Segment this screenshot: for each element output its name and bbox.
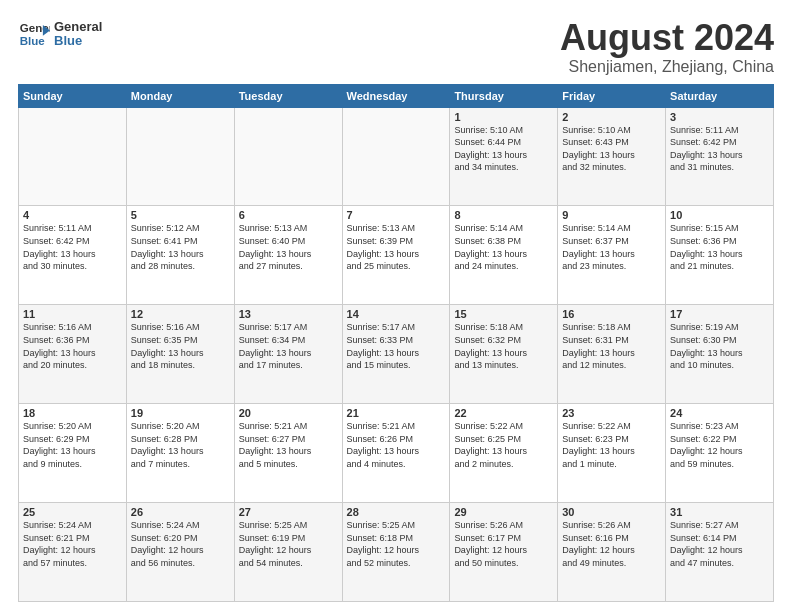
day-number: 22 <box>454 407 553 419</box>
calendar-cell: 7Sunrise: 5:13 AM Sunset: 6:39 PM Daylig… <box>342 206 450 305</box>
day-info: Sunrise: 5:24 AM Sunset: 6:20 PM Dayligh… <box>131 519 230 569</box>
day-info: Sunrise: 5:13 AM Sunset: 6:39 PM Dayligh… <box>347 222 446 272</box>
day-info: Sunrise: 5:19 AM Sunset: 6:30 PM Dayligh… <box>670 321 769 371</box>
calendar-cell: 13Sunrise: 5:17 AM Sunset: 6:34 PM Dayli… <box>234 305 342 404</box>
calendar-cell: 19Sunrise: 5:20 AM Sunset: 6:28 PM Dayli… <box>126 404 234 503</box>
location: Shenjiamen, Zhejiang, China <box>560 58 774 76</box>
calendar-cell: 28Sunrise: 5:25 AM Sunset: 6:18 PM Dayli… <box>342 503 450 602</box>
day-info: Sunrise: 5:10 AM Sunset: 6:43 PM Dayligh… <box>562 124 661 174</box>
day-info: Sunrise: 5:16 AM Sunset: 6:35 PM Dayligh… <box>131 321 230 371</box>
day-number: 31 <box>670 506 769 518</box>
calendar-cell: 22Sunrise: 5:22 AM Sunset: 6:25 PM Dayli… <box>450 404 558 503</box>
calendar-cell: 6Sunrise: 5:13 AM Sunset: 6:40 PM Daylig… <box>234 206 342 305</box>
day-info: Sunrise: 5:20 AM Sunset: 6:28 PM Dayligh… <box>131 420 230 470</box>
calendar-cell <box>342 107 450 206</box>
calendar-cell: 5Sunrise: 5:12 AM Sunset: 6:41 PM Daylig… <box>126 206 234 305</box>
calendar-cell: 3Sunrise: 5:11 AM Sunset: 6:42 PM Daylig… <box>666 107 774 206</box>
day-number: 12 <box>131 308 230 320</box>
day-number: 14 <box>347 308 446 320</box>
calendar-cell: 2Sunrise: 5:10 AM Sunset: 6:43 PM Daylig… <box>558 107 666 206</box>
day-number: 16 <box>562 308 661 320</box>
day-number: 26 <box>131 506 230 518</box>
day-number: 25 <box>23 506 122 518</box>
title-block: August 2024 Shenjiamen, Zhejiang, China <box>560 18 774 76</box>
day-info: Sunrise: 5:26 AM Sunset: 6:16 PM Dayligh… <box>562 519 661 569</box>
calendar-cell: 16Sunrise: 5:18 AM Sunset: 6:31 PM Dayli… <box>558 305 666 404</box>
calendar-cell: 1Sunrise: 5:10 AM Sunset: 6:44 PM Daylig… <box>450 107 558 206</box>
calendar-week-row: 1Sunrise: 5:10 AM Sunset: 6:44 PM Daylig… <box>19 107 774 206</box>
calendar-cell: 21Sunrise: 5:21 AM Sunset: 6:26 PM Dayli… <box>342 404 450 503</box>
calendar-cell: 10Sunrise: 5:15 AM Sunset: 6:36 PM Dayli… <box>666 206 774 305</box>
calendar-cell: 20Sunrise: 5:21 AM Sunset: 6:27 PM Dayli… <box>234 404 342 503</box>
day-number: 30 <box>562 506 661 518</box>
day-info: Sunrise: 5:14 AM Sunset: 6:37 PM Dayligh… <box>562 222 661 272</box>
page: General Blue General Blue August 2024 Sh… <box>0 0 792 612</box>
day-info: Sunrise: 5:22 AM Sunset: 6:23 PM Dayligh… <box>562 420 661 470</box>
day-info: Sunrise: 5:26 AM Sunset: 6:17 PM Dayligh… <box>454 519 553 569</box>
logo-blue: Blue <box>54 34 102 48</box>
day-info: Sunrise: 5:22 AM Sunset: 6:25 PM Dayligh… <box>454 420 553 470</box>
day-number: 15 <box>454 308 553 320</box>
logo-icon: General Blue <box>18 18 50 50</box>
day-number: 20 <box>239 407 338 419</box>
calendar-day-header: Monday <box>126 84 234 107</box>
calendar-cell: 4Sunrise: 5:11 AM Sunset: 6:42 PM Daylig… <box>19 206 127 305</box>
calendar-cell: 27Sunrise: 5:25 AM Sunset: 6:19 PM Dayli… <box>234 503 342 602</box>
calendar-day-header: Friday <box>558 84 666 107</box>
logo-general: General <box>54 20 102 34</box>
calendar-cell: 24Sunrise: 5:23 AM Sunset: 6:22 PM Dayli… <box>666 404 774 503</box>
day-info: Sunrise: 5:27 AM Sunset: 6:14 PM Dayligh… <box>670 519 769 569</box>
day-number: 9 <box>562 209 661 221</box>
calendar-day-header: Saturday <box>666 84 774 107</box>
day-info: Sunrise: 5:17 AM Sunset: 6:33 PM Dayligh… <box>347 321 446 371</box>
day-info: Sunrise: 5:18 AM Sunset: 6:32 PM Dayligh… <box>454 321 553 371</box>
calendar-cell: 8Sunrise: 5:14 AM Sunset: 6:38 PM Daylig… <box>450 206 558 305</box>
logo: General Blue General Blue <box>18 18 102 50</box>
calendar-cell: 9Sunrise: 5:14 AM Sunset: 6:37 PM Daylig… <box>558 206 666 305</box>
calendar-week-row: 4Sunrise: 5:11 AM Sunset: 6:42 PM Daylig… <box>19 206 774 305</box>
day-info: Sunrise: 5:16 AM Sunset: 6:36 PM Dayligh… <box>23 321 122 371</box>
calendar-cell: 18Sunrise: 5:20 AM Sunset: 6:29 PM Dayli… <box>19 404 127 503</box>
day-info: Sunrise: 5:20 AM Sunset: 6:29 PM Dayligh… <box>23 420 122 470</box>
day-number: 18 <box>23 407 122 419</box>
day-number: 27 <box>239 506 338 518</box>
calendar-cell: 11Sunrise: 5:16 AM Sunset: 6:36 PM Dayli… <box>19 305 127 404</box>
month-year: August 2024 <box>560 18 774 58</box>
day-number: 5 <box>131 209 230 221</box>
calendar-cell: 12Sunrise: 5:16 AM Sunset: 6:35 PM Dayli… <box>126 305 234 404</box>
day-info: Sunrise: 5:25 AM Sunset: 6:18 PM Dayligh… <box>347 519 446 569</box>
calendar-cell: 26Sunrise: 5:24 AM Sunset: 6:20 PM Dayli… <box>126 503 234 602</box>
day-info: Sunrise: 5:21 AM Sunset: 6:26 PM Dayligh… <box>347 420 446 470</box>
calendar-week-row: 18Sunrise: 5:20 AM Sunset: 6:29 PM Dayli… <box>19 404 774 503</box>
day-number: 13 <box>239 308 338 320</box>
day-number: 23 <box>562 407 661 419</box>
day-number: 21 <box>347 407 446 419</box>
day-number: 29 <box>454 506 553 518</box>
day-number: 19 <box>131 407 230 419</box>
day-info: Sunrise: 5:17 AM Sunset: 6:34 PM Dayligh… <box>239 321 338 371</box>
day-number: 24 <box>670 407 769 419</box>
day-info: Sunrise: 5:25 AM Sunset: 6:19 PM Dayligh… <box>239 519 338 569</box>
day-info: Sunrise: 5:11 AM Sunset: 6:42 PM Dayligh… <box>670 124 769 174</box>
day-number: 3 <box>670 111 769 123</box>
calendar-day-header: Sunday <box>19 84 127 107</box>
day-number: 11 <box>23 308 122 320</box>
calendar-cell: 30Sunrise: 5:26 AM Sunset: 6:16 PM Dayli… <box>558 503 666 602</box>
day-info: Sunrise: 5:23 AM Sunset: 6:22 PM Dayligh… <box>670 420 769 470</box>
day-number: 6 <box>239 209 338 221</box>
day-number: 17 <box>670 308 769 320</box>
calendar-day-header: Thursday <box>450 84 558 107</box>
calendar-day-header: Wednesday <box>342 84 450 107</box>
calendar-table: SundayMondayTuesdayWednesdayThursdayFrid… <box>18 84 774 602</box>
day-number: 7 <box>347 209 446 221</box>
calendar-cell <box>234 107 342 206</box>
day-info: Sunrise: 5:15 AM Sunset: 6:36 PM Dayligh… <box>670 222 769 272</box>
day-info: Sunrise: 5:10 AM Sunset: 6:44 PM Dayligh… <box>454 124 553 174</box>
svg-text:Blue: Blue <box>20 35 46 47</box>
day-number: 10 <box>670 209 769 221</box>
header: General Blue General Blue August 2024 Sh… <box>18 18 774 76</box>
calendar-cell: 14Sunrise: 5:17 AM Sunset: 6:33 PM Dayli… <box>342 305 450 404</box>
day-info: Sunrise: 5:11 AM Sunset: 6:42 PM Dayligh… <box>23 222 122 272</box>
day-number: 1 <box>454 111 553 123</box>
day-info: Sunrise: 5:12 AM Sunset: 6:41 PM Dayligh… <box>131 222 230 272</box>
